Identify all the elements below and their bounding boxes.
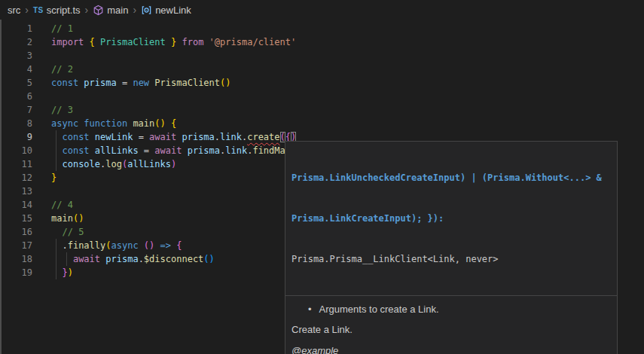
code-token: console [62, 159, 100, 169]
line-number[interactable]: 18 [0, 252, 32, 266]
code-token [203, 37, 209, 47]
code-text [32, 185, 51, 198]
code-token: new [133, 78, 149, 88]
line-number[interactable]: 19 [0, 266, 32, 279]
breadcrumb-label: src [8, 5, 20, 16]
code-token [139, 145, 144, 156]
code-line[interactable]: 8async function main() { [0, 117, 644, 130]
code-token: ) [68, 267, 73, 278]
code-token: const [51, 78, 78, 88]
code-token [51, 254, 73, 264]
code-token: PrismaClient [154, 78, 220, 88]
breadcrumb-label: main [107, 5, 128, 16]
code-line[interactable]: 3 [0, 49, 644, 63]
code-text: const allLinks = await prisma.link.findM… [32, 144, 307, 157]
code-token [84, 37, 89, 47]
code-token: prisma [188, 145, 220, 156]
code-text: }) [32, 266, 73, 279]
chevron-right-icon: › [84, 4, 90, 16]
indent-guide [56, 157, 56, 171]
breadcrumb-label: newLink [155, 5, 191, 16]
line-number[interactable]: 17 [0, 239, 32, 252]
code-token: { [90, 37, 95, 47]
line-number[interactable]: 15 [0, 212, 32, 225]
code-line[interactable]: 2import { PrismaClient } from '@prisma/c… [0, 35, 644, 49]
code-line[interactable]: 4// 2 [0, 63, 644, 76]
indent-guide [56, 266, 56, 279]
code-token [51, 159, 62, 169]
line-number[interactable]: 16 [0, 225, 32, 239]
line-number[interactable]: 6 [0, 90, 32, 103]
code-token: { [176, 240, 182, 251]
typescript-file-icon: TS [33, 6, 44, 14]
code-token: main [51, 213, 73, 224]
breadcrumb-item-src[interactable]: src [8, 5, 20, 16]
code-token [51, 227, 62, 237]
tooltip-description: Create a Link. [291, 324, 611, 335]
code-token: allLinks [127, 159, 171, 169]
breadcrumb-item-script-ts[interactable]: TS script.ts [33, 5, 81, 16]
code-token: // 1 [51, 23, 73, 34]
code-token: async [51, 118, 78, 129]
line-number[interactable]: 7 [0, 103, 32, 117]
code-token: ) [171, 159, 176, 169]
indent-guide [56, 252, 56, 266]
code-token: log [105, 159, 122, 169]
code-token: const [62, 145, 89, 156]
code-token: () [203, 254, 214, 264]
code-token: link [220, 132, 242, 142]
code-token: () [73, 213, 84, 224]
code-line[interactable]: 1// 1 [0, 22, 644, 35]
breadcrumb-item-newlink[interactable]: newLink [141, 5, 191, 16]
symbol-variable-icon [141, 5, 152, 16]
code-token: ( [105, 240, 111, 251]
code-token: () [154, 118, 165, 129]
tooltip-example-tag: @example [291, 345, 611, 354]
hover-tooltip[interactable]: Prisma.LinkUncheckedCreateInput) | (Pris… [285, 141, 618, 354]
code-token: = [139, 132, 144, 142]
code-line[interactable]: 5const prisma = new PrismaClient() [0, 76, 644, 90]
breadcrumb-item-main[interactable]: main [93, 5, 128, 16]
code-token: await [154, 145, 182, 156]
line-number[interactable]: 12 [0, 171, 32, 185]
code-token [166, 37, 171, 47]
code-token [166, 118, 171, 129]
line-number[interactable]: 2 [0, 35, 32, 49]
code-token: => [160, 240, 171, 251]
code-token: () [144, 240, 154, 251]
code-token [182, 145, 187, 156]
breadcrumb: src › TS script.ts › main › newLink [0, 0, 644, 20]
code-token: async [111, 240, 139, 251]
line-number[interactable]: 1 [0, 22, 32, 35]
line-number[interactable]: 11 [0, 157, 32, 171]
code-text: import { PrismaClient } from '@prisma/cl… [32, 35, 296, 49]
code-token [51, 267, 62, 278]
code-token [154, 240, 160, 251]
tooltip-bullet-item: • Arguments to create a Link. [291, 304, 611, 315]
code-line[interactable]: 7// 3 [0, 103, 644, 117]
code-token [117, 78, 122, 88]
tooltip-docs: • Arguments to create a Link. Create a L… [285, 296, 617, 354]
code-text: // 1 [32, 22, 73, 35]
line-number[interactable]: 9 [0, 130, 32, 144]
line-number[interactable]: 3 [0, 49, 32, 63]
line-number[interactable]: 8 [0, 117, 32, 130]
code-token: finally [68, 240, 106, 251]
code-token: PrismaClient [100, 37, 166, 47]
code-token: function [84, 118, 127, 129]
line-number[interactable]: 10 [0, 144, 32, 157]
line-number[interactable]: 5 [0, 76, 32, 90]
code-token: . [215, 132, 220, 142]
code-token: $disconnect [144, 254, 203, 264]
signature-line: Prisma.LinkCreateInput); }): [291, 212, 611, 225]
line-number[interactable]: 13 [0, 185, 32, 198]
indent-guide [56, 130, 56, 144]
line-number[interactable]: 4 [0, 63, 32, 76]
code-token: main [133, 118, 154, 129]
code-token: . [139, 254, 144, 264]
code-token [133, 132, 138, 142]
line-number[interactable]: 14 [0, 198, 32, 212]
code-line[interactable]: 6 [0, 90, 644, 103]
code-text: console.log(allLinks) [32, 157, 176, 171]
code-token: newLink [95, 132, 133, 142]
